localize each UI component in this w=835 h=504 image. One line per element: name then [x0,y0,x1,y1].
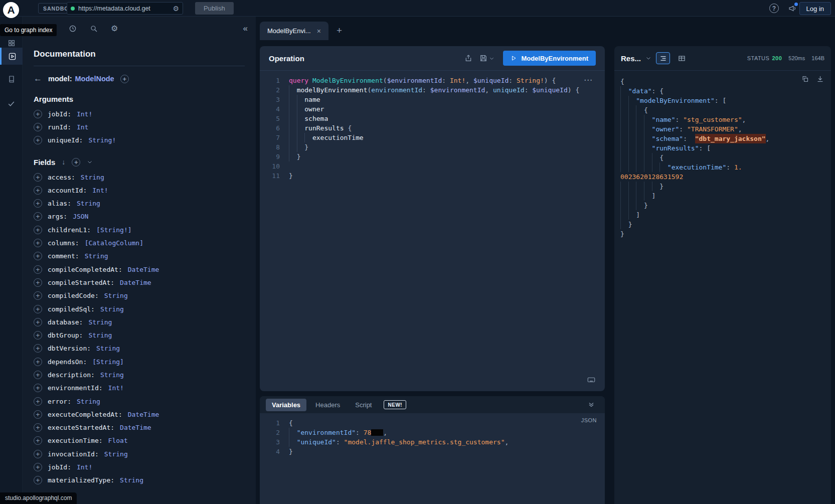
doc-field-row[interactable]: +accountId:Int! [34,184,245,197]
field-type-link[interactable]: String [104,292,128,299]
save-chevron-down-icon[interactable] [489,56,494,61]
collapse-variables-icon[interactable] [588,401,595,408]
doc-field-row[interactable]: +alias:String [34,197,245,210]
doc-field-row[interactable]: +jobId:Int! [34,460,245,473]
add-to-query-icon[interactable]: + [34,371,42,379]
response-chevron-down-icon[interactable] [645,55,651,61]
doc-field-row[interactable]: +executeCompletedAt:DateTime [34,408,245,421]
field-type-link[interactable]: Int! [77,110,92,118]
tab-modelbyenvironment[interactable]: ModelByEnvi... × [260,22,328,40]
add-to-query-icon[interactable]: + [34,291,42,300]
doc-field-row[interactable]: +compiledCode:String [34,289,245,302]
field-type-link[interactable]: String [85,252,108,260]
add-to-query-icon[interactable]: + [34,212,42,221]
field-type-link[interactable]: String [77,200,100,207]
add-to-query-icon[interactable]: + [34,318,42,326]
add-to-query-icon[interactable]: + [34,331,42,340]
doc-field-row[interactable]: +dbtGroup:String [34,328,245,342]
doc-field-row[interactable]: +childrenL1:[String!] [34,223,245,236]
field-type-link[interactable]: DateTime [120,424,151,431]
field-type-link[interactable]: String [88,318,112,326]
variables-editor[interactable]: 1{2"environmentId": 78,3"uniqueId": "mod… [260,413,605,461]
doc-field-row[interactable]: +compiledSql:String [34,302,245,315]
table-view-button[interactable] [675,52,689,64]
doc-field-row[interactable]: +error:String [34,395,245,408]
doc-field-row[interactable]: +compileCompletedAt:DateTime [34,263,245,276]
add-to-query-icon[interactable]: + [34,305,42,313]
doc-field-row[interactable]: +jobId:Int! [34,107,245,120]
doc-field-row[interactable]: +dependsOn:[String] [34,355,245,368]
doc-field-row[interactable]: +uniqueId:String! [34,134,245,147]
doc-field-row[interactable]: +dbtVersion:String [34,342,245,355]
tab-headers[interactable]: Headers [309,399,346,411]
collapse-panel-icon[interactable]: « [243,24,248,34]
add-to-query-icon[interactable]: + [34,252,42,260]
add-to-query-icon[interactable]: + [34,450,42,458]
doc-field-row[interactable]: +compileStartedAt:DateTime [34,276,245,289]
field-type-link[interactable]: String [96,345,120,352]
add-to-query-icon[interactable]: + [34,463,42,471]
add-to-query-icon[interactable]: + [34,344,42,353]
doc-field-row[interactable]: +runId:Int [34,120,245,133]
field-type-link[interactable]: [String!] [96,226,131,234]
add-to-query-icon[interactable]: + [34,358,42,366]
connection-settings-gear-icon[interactable]: ⚙ [173,5,179,13]
field-type-link[interactable]: String [120,476,143,484]
field-type-link[interactable]: String [100,305,124,313]
doc-field-row[interactable]: +columns:[CatalogColumn] [34,236,245,249]
save-operation-icon[interactable] [479,54,487,62]
add-to-query-icon[interactable]: + [34,397,42,406]
response-body[interactable]: {"data": {"modelByEnvironment": [{"name"… [614,71,831,245]
add-all-fields-icon[interactable]: + [120,75,129,83]
field-type-link[interactable]: DateTime [120,279,151,286]
doc-field-row[interactable]: +environmentId:Int! [34,382,245,395]
back-arrow-icon[interactable]: ← [34,74,42,84]
field-type-link[interactable]: String [81,174,104,181]
field-type-link[interactable]: String [104,450,128,458]
copy-response-icon[interactable] [801,75,809,83]
add-to-query-icon[interactable]: + [34,476,42,484]
publish-button[interactable]: Publish [195,2,234,15]
add-to-query-icon[interactable]: + [34,410,42,419]
settings-gear-icon[interactable]: ⚙ [111,24,118,33]
field-type-link[interactable]: String [88,331,112,339]
add-to-query-icon[interactable]: + [34,123,42,131]
field-type-link[interactable]: Int! [77,463,92,471]
field-type-link[interactable]: String [100,371,124,379]
tree-view-button[interactable] [656,52,670,64]
announcements-megaphone-icon[interactable] [788,4,797,13]
field-type-link[interactable]: DateTime [128,411,159,418]
add-to-query-icon[interactable]: + [34,436,42,445]
run-operation-button[interactable]: ModelByEnvironment [503,51,596,66]
add-to-query-icon[interactable]: + [34,136,42,144]
field-type-link[interactable]: Int! [108,384,124,392]
add-to-query-icon[interactable]: + [34,265,42,274]
doc-field-row[interactable]: +materializedType:String [34,474,245,487]
add-to-query-icon[interactable]: + [34,239,42,247]
field-type-link[interactable]: [CatalogColumn] [85,239,143,247]
add-fields-icon[interactable]: + [72,158,80,166]
add-to-query-icon[interactable]: + [34,186,42,195]
editor-options-menu-icon[interactable]: ⋯ [584,75,593,85]
explorer-nav-item[interactable] [0,48,23,65]
add-to-query-icon[interactable]: + [34,226,42,234]
login-button[interactable]: Log in [799,2,831,15]
endpoint-url-input[interactable]: https://metadata.cloud.get ⚙ [67,2,183,15]
field-type-link[interactable]: Int [77,123,88,131]
download-response-icon[interactable] [816,75,824,83]
share-operation-icon[interactable] [464,54,472,62]
sort-fields-icon[interactable]: ↓ [62,158,65,166]
doc-field-row[interactable]: +invocationId:String [34,447,245,460]
field-type-link[interactable]: JSON [73,213,88,220]
close-tab-icon[interactable]: × [317,27,321,35]
add-to-query-icon[interactable]: + [34,199,42,208]
chevron-down-icon[interactable] [87,159,93,165]
add-to-query-icon[interactable]: + [34,278,42,287]
doc-type-link[interactable]: ModelNode [75,75,114,83]
field-type-link[interactable]: String [77,398,100,405]
checks-nav-item[interactable] [0,95,23,112]
new-tab-button[interactable]: + [337,25,342,36]
field-type-link[interactable]: Float [108,437,128,444]
tab-variables[interactable]: Variables [266,399,306,411]
add-to-query-icon[interactable]: + [34,110,42,118]
